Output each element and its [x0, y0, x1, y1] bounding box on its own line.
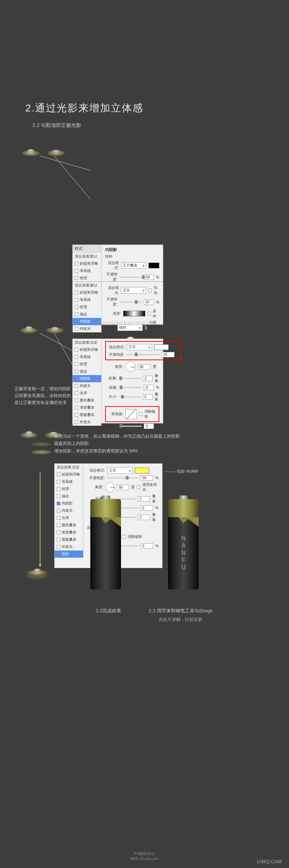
angle-label: 角度: — [87, 485, 103, 490]
blend-mode-dropdown[interactable]: 正常 — [127, 344, 152, 350]
contour-row[interactable]: 等高线 — [73, 267, 101, 275]
checkbox-icon[interactable] — [75, 312, 78, 316]
distance-label: 距离: — [105, 376, 117, 381]
checkbox-icon[interactable] — [75, 269, 78, 273]
style-sidebar: 混合选项:默认 斜面和浮雕 等高线 纹理 描边 内阴影 内发光 — [73, 282, 102, 332]
checkbox-icon[interactable] — [75, 327, 78, 331]
opacity-label: 不透明度: — [105, 297, 117, 307]
angle-dial[interactable] — [125, 362, 135, 372]
bevel-row[interactable]: 斜面和浮雕 — [55, 471, 83, 478]
blend-mode-dropdown[interactable]: 正常 — [107, 467, 133, 474]
bevel-row[interactable]: 斜面和浮雕 — [73, 289, 101, 296]
angle-dial[interactable] — [105, 482, 115, 492]
style-sidebar: 混合选项:自定 斜面和浮雕 等高线 纹理 描边 内阴影 内发光 光泽 颜色叠加 … — [73, 339, 102, 426]
opacity-slider[interactable] — [120, 302, 142, 303]
angle-input[interactable]: 90 — [117, 485, 129, 490]
disc-sample-1 — [22, 150, 40, 156]
choke-input[interactable]: 0 — [144, 385, 154, 390]
checkbox-icon[interactable] — [139, 412, 142, 416]
distance-slider[interactable] — [119, 378, 141, 379]
texture-row[interactable]: 纹理 — [73, 275, 101, 282]
stroke-row[interactable]: 描边 — [73, 311, 101, 318]
checkbox-icon[interactable] — [75, 320, 78, 323]
tutorial-page: 2.通过光影来增加立体感 2.2 勾勒顶部正极光影 样式 混合选项:默认 斜面和… — [0, 0, 289, 868]
contour-row[interactable]: 等高线 — [73, 296, 101, 303]
panel2-settings: 混合模式:正常 不透明度:25% 角度:90度 距离:2像素 阻塞:0% 大小:… — [102, 339, 163, 433]
disc-sample — [20, 433, 38, 438]
checkbox-icon[interactable] — [75, 355, 78, 359]
bevel-row[interactable]: 斜面和浮雕 — [73, 260, 101, 267]
blend-mode-label: 混合模式: — [107, 345, 125, 350]
outer-glow-row[interactable]: 外发光 — [73, 418, 101, 426]
checkbox-icon[interactable] — [75, 298, 78, 302]
inner-glow-row[interactable]: 内发光 — [73, 325, 101, 332]
checkbox-icon[interactable] — [75, 362, 78, 366]
checkbox-icon[interactable] — [75, 348, 78, 352]
battery-body — [90, 517, 121, 590]
checkbox-icon[interactable] — [57, 473, 60, 476]
gradient-label: 渐变: — [105, 311, 121, 316]
gradient-color-note: 渐变的色值都是#000与 #fff — [101, 320, 152, 327]
opacity-slider[interactable] — [107, 477, 138, 478]
checkbox-icon[interactable] — [148, 289, 151, 292]
inner-shadow-row[interactable]: 内阴影 — [73, 318, 101, 325]
pattern-overlay-row[interactable]: 图案叠加 — [73, 411, 101, 418]
color-swatch[interactable] — [154, 344, 169, 350]
blend-options-row[interactable]: 混合选项:自定 — [55, 464, 83, 471]
checkbox-icon[interactable] — [57, 487, 60, 491]
noise-slider[interactable] — [120, 426, 142, 427]
checkbox-icon[interactable] — [147, 312, 151, 315]
caption-right-sub: 此处不讲解，比较容易 — [144, 617, 217, 623]
opacity-slider[interactable] — [127, 354, 159, 355]
checkbox-icon[interactable] — [75, 413, 78, 417]
note-block-2: 钢笔勾出一个形状，加上高速模糊，作为正级凸起在圆盘上的投影 圆盘则加上内阴影 增… — [54, 433, 235, 455]
blend-options-row[interactable]: 混合选项:默认 — [73, 282, 101, 289]
checkbox-icon[interactable] — [137, 485, 140, 489]
angle-input[interactable]: 90 — [138, 364, 151, 370]
opacity-input[interactable]: 69 — [144, 275, 154, 280]
opacity-label: 不透明度: — [107, 352, 125, 357]
opacity-input[interactable]: 47 — [144, 299, 154, 305]
checkbox-icon[interactable] — [75, 305, 78, 309]
blend-options-row[interactable]: 混合选项:自定 — [73, 339, 101, 346]
size-label: 大小: — [105, 394, 117, 399]
battery-logo-text: NANFU — [180, 535, 187, 571]
distance-input[interactable]: 2 — [143, 376, 152, 381]
checkbox-icon[interactable] — [75, 276, 78, 280]
blend-mode-dropdown[interactable]: 正常 — [121, 287, 146, 294]
blend-options-row[interactable]: 混合选项:默认 — [73, 253, 101, 260]
size-slider[interactable] — [119, 396, 141, 397]
bevel-row[interactable]: 斜面和浮雕 — [73, 346, 101, 353]
choke-slider[interactable] — [120, 387, 142, 388]
texture-row[interactable]: 纹理 — [73, 361, 101, 368]
checkbox-icon[interactable] — [75, 262, 78, 265]
angle-label: 角度: — [105, 364, 123, 369]
size-input[interactable]: 5 — [143, 394, 152, 400]
stroke-row[interactable]: 描边 — [73, 368, 101, 375]
blend-mode-dropdown[interactable]: 正片叠底 — [121, 262, 146, 269]
color-swatch[interactable] — [148, 263, 160, 268]
texture-row[interactable]: 纹理 — [73, 303, 101, 311]
opacity-input[interactable]: 58 — [141, 475, 153, 481]
inner-shadow-row[interactable]: 内阴影 — [73, 375, 101, 382]
contour-row[interactable]: 等高线 — [55, 478, 83, 485]
opacity-slider[interactable] — [120, 277, 142, 278]
contour-row[interactable]: 等高线 — [73, 353, 101, 361]
contour-curve[interactable] — [125, 409, 137, 419]
sidebar-header: 样式 — [73, 245, 101, 253]
battery-cap — [90, 499, 121, 517]
checkbox-icon[interactable] — [75, 377, 78, 380]
checkbox-icon[interactable] — [75, 420, 78, 424]
noise-input[interactable]: 0 — [144, 424, 154, 429]
disc-sample-2 — [47, 150, 65, 156]
checkbox-icon[interactable] — [57, 480, 60, 484]
checkbox-icon[interactable] — [75, 370, 78, 373]
color-swatch[interactable] — [135, 468, 149, 473]
texture-row[interactable]: 纹理 — [55, 485, 83, 493]
shadow-color-callout: 投影 #fcff49 — [177, 469, 198, 474]
opacity-input[interactable]: 25 — [161, 352, 174, 357]
svg-line-0 — [40, 156, 90, 170]
gradient-swatch[interactable] — [123, 311, 146, 316]
checkbox-icon[interactable] — [75, 291, 78, 294]
ellipse-shadow — [31, 450, 51, 454]
